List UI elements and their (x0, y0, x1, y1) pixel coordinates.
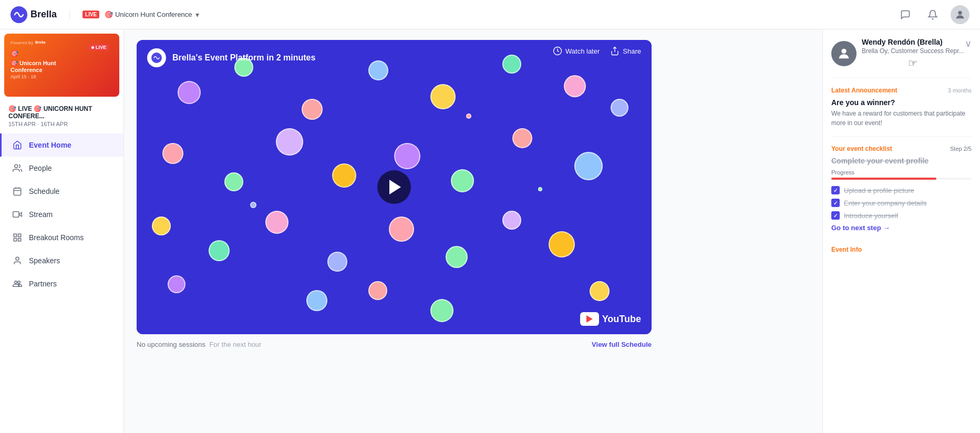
view-full-schedule-button[interactable]: View full Schedule (592, 341, 652, 348)
sidebar-item-schedule[interactable]: Schedule (0, 180, 123, 203)
svg-rect-11 (18, 234, 21, 236)
live-badge-nav: LIVE (82, 11, 99, 18)
checklist-label: Your event checklist (831, 145, 892, 152)
video-title: Brella's Event Platform in 2 minutes (172, 53, 315, 63)
checklist-title: Complete your event profile (831, 157, 972, 165)
video-background: Brella's Event Platform in 2 minutes Wat… (137, 40, 652, 334)
sidebar-item-label-speakers: Speakers (29, 256, 60, 265)
right-panel: Wendy Rendón (Brella) Brella Oy, Custome… (822, 29, 980, 433)
breakout-icon (12, 232, 23, 243)
checklist-item-1: ✓ Enter your company details (831, 199, 972, 207)
checklist-item-0: ✓ Upload a profile picture (831, 186, 972, 194)
announcement-header: Latest Announcement 3 months (831, 87, 972, 94)
checklist-item-text-2: Introduce yourself (844, 212, 898, 220)
sidebar-event-card[interactable]: Powered By Brella 🎯 LIVE 🎯 Unicorn HuntC… (4, 34, 119, 97)
video-brella-logo (147, 48, 166, 67)
play-triangle-icon (389, 180, 401, 194)
video-controls: Watch later Share (553, 46, 641, 56)
nav-right (896, 5, 969, 24)
svg-rect-12 (14, 239, 16, 241)
youtube-icon (580, 312, 599, 326)
event-card-dates: April 15 - 18 (11, 74, 113, 79)
profile-avatar[interactable] (831, 41, 857, 66)
home-icon (12, 140, 23, 150)
svg-rect-4 (14, 188, 21, 195)
youtube-text: YouTube (602, 314, 641, 325)
announcement-section: Latest Announcement 3 months Are you a w… (831, 87, 972, 137)
chevron-down-icon: ▾ (195, 11, 199, 19)
sidebar: Powered By Brella 🎯 LIVE 🎯 Unicorn HuntC… (0, 29, 124, 433)
profile-name: Wendy Rendón (Brella) (862, 38, 964, 46)
sidebar-item-people[interactable]: People (0, 157, 123, 180)
video-container: Brella's Event Platform in 2 minutes Wat… (137, 40, 652, 334)
svg-marker-8 (19, 212, 22, 217)
announcement-body: We have a reward for customers that part… (831, 109, 972, 128)
user-avatar[interactable] (951, 5, 969, 24)
video-header: Brella's Event Platform in 2 minutes (137, 40, 652, 76)
people-icon (12, 163, 23, 173)
calendar-icon (12, 186, 23, 197)
brella-logo-text: Brella (30, 9, 57, 20)
no-sessions-text: No upcoming sessions For the next hour (137, 341, 261, 348)
sidebar-item-partners[interactable]: Partners (0, 272, 123, 295)
check-icon: ✓ (833, 188, 838, 193)
stream-icon (12, 209, 23, 220)
watch-later-button[interactable]: Watch later (553, 46, 600, 56)
sidebar-event-name: 🎯 LIVE 🎯 UNICORN HUNT CONFERE... (8, 105, 115, 120)
go-next-label: Go to next step (831, 224, 881, 232)
nav-left: Brella LIVE 🎯 Unicorn Hunt Conference ▾ (11, 6, 199, 23)
share-label: Share (623, 47, 641, 55)
main-layout: Powered By Brella 🎯 LIVE 🎯 Unicorn HuntC… (0, 29, 980, 433)
svg-point-1 (958, 11, 962, 14)
go-to-next-step-button[interactable]: Go to next step → (831, 224, 890, 232)
partners-icon (12, 279, 23, 289)
top-nav: Brella LIVE 🎯 Unicorn Hunt Conference ▾ (0, 0, 980, 29)
progress-label: Progress (831, 169, 972, 176)
sidebar-item-event-home[interactable]: Event Home (0, 133, 123, 157)
chat-icon-button[interactable] (896, 5, 915, 24)
sidebar-item-label-event-home: Event Home (29, 141, 71, 149)
event-card-name: 🎯 Unicorn HuntConference (11, 60, 113, 73)
checklist-item-text-0: Upload a profile picture (844, 187, 914, 194)
checkbox-upload-picture: ✓ (831, 186, 840, 194)
bottom-bar: No upcoming sessions For the next hour V… (137, 334, 652, 348)
sidebar-item-label-people: People (29, 164, 52, 172)
watch-later-label: Watch later (565, 47, 600, 55)
svg-point-3 (15, 164, 18, 168)
sidebar-item-stream[interactable]: Stream (0, 203, 123, 226)
profile-card: Wendy Rendón (Brella) Brella Oy, Custome… (831, 38, 972, 78)
checkbox-introduce-yourself: ✓ (831, 211, 840, 220)
check-icon: ✓ (833, 200, 838, 206)
progress-bar-fill (831, 178, 936, 180)
sidebar-item-breakout-rooms[interactable]: Breakout Rooms (0, 226, 123, 249)
announcement-time: 3 months (948, 87, 972, 94)
sidebar-item-label-breakout-rooms: Breakout Rooms (29, 233, 84, 242)
announcement-label: Latest Announcement (831, 87, 898, 94)
checklist-item-text-1: Enter your company details (844, 199, 927, 207)
event-info-section: Event Info (831, 240, 972, 254)
go-next-arrow-icon: → (883, 224, 890, 232)
svg-point-14 (16, 257, 19, 260)
svg-rect-13 (18, 239, 21, 241)
sidebar-event-info: 🎯 LIVE 🎯 UNICORN HUNT CONFERE... 15TH AP… (0, 101, 123, 129)
profile-role: Brella Oy, Customer Success Repr... (862, 47, 964, 55)
youtube-watermark: YouTube (580, 312, 641, 326)
progress-bar-background (831, 178, 972, 180)
bell-icon-button[interactable] (923, 5, 942, 24)
announcement-title: Are you a winner? (831, 98, 972, 107)
event-title-nav[interactable]: LIVE 🎯 Unicorn Hunt Conference ▾ (69, 11, 199, 19)
sidebar-item-speakers[interactable]: Speakers (0, 249, 123, 272)
profile-expand-button[interactable]: ∨ (965, 38, 972, 49)
checklist-section: Your event checklist Step 2/5 Complete y… (831, 145, 972, 232)
brella-logo[interactable]: Brella (11, 6, 57, 23)
sidebar-item-label-stream: Stream (29, 210, 53, 219)
main-content: Brella's Event Platform in 2 minutes Wat… (124, 29, 822, 433)
check-icon: ✓ (833, 213, 838, 219)
sidebar-navigation: Event Home People Schedule (0, 129, 123, 300)
checklist-step: Step 2/5 (950, 146, 972, 152)
play-button[interactable] (377, 170, 411, 204)
svg-text:Brella: Brella (35, 40, 46, 44)
youtube-play-icon (586, 315, 593, 323)
share-button[interactable]: Share (610, 46, 641, 56)
event-card-live-badge: LIVE (89, 44, 109, 50)
